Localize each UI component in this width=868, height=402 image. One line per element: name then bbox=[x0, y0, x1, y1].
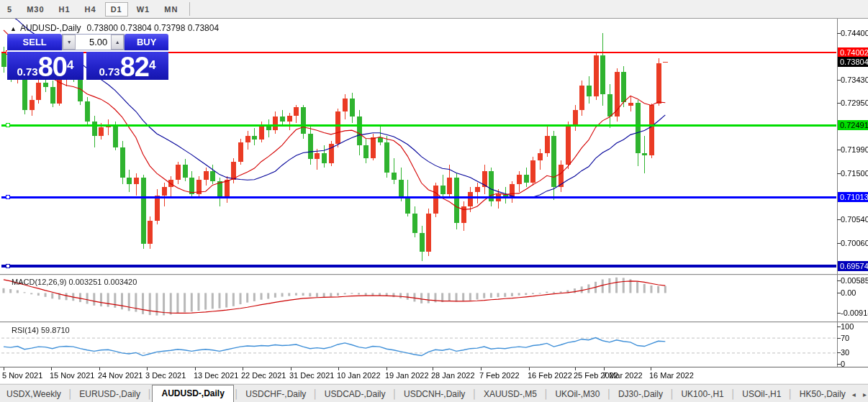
chart-tab-eurusd-daily[interactable]: EURUSD-,Daily bbox=[73, 386, 147, 402]
hline-price-label: 0.71013 bbox=[838, 192, 868, 202]
symbol-marker-icon: ▲ bbox=[10, 25, 17, 32]
macd-axis-tick: 0.00585 bbox=[841, 276, 868, 285]
buy-price-big: 82 bbox=[120, 55, 149, 79]
price-axis-tick: 0.71500 bbox=[841, 168, 868, 178]
hline-price-label: 0.72491 bbox=[838, 120, 868, 130]
tab-separator: │ bbox=[471, 386, 477, 402]
timeframe-button-W1[interactable]: W1 bbox=[131, 2, 156, 17]
chart-tab-usdx-weekly[interactable]: USDX,Weekly bbox=[0, 386, 68, 402]
sell-price-big: 80 bbox=[38, 55, 67, 79]
price-axis-tick: 0.72950 bbox=[841, 98, 868, 108]
date-axis-label: 13 Dec 2021 bbox=[194, 371, 238, 380]
ohlc-values: 0.73800 0.73804 0.73798 0.73804 bbox=[87, 23, 220, 33]
macd-name: MACD(12,26,9) bbox=[12, 278, 66, 286]
one-click-trade-panel: SELL ▼ 5.00 ▲ BUY 0.73804 0.73824 bbox=[7, 34, 168, 80]
macd-axis-tick: 0.00 bbox=[841, 288, 856, 297]
buy-price-prefix: 0.73 bbox=[99, 65, 120, 79]
date-axis-label: 5 Nov 2021 bbox=[2, 371, 42, 380]
chevron-up-icon: ▲ bbox=[115, 40, 120, 45]
tab-separator: │ bbox=[606, 386, 612, 402]
volume-input[interactable]: 5.00 bbox=[76, 35, 111, 50]
macd-main-value: 0.003251 bbox=[68, 278, 101, 286]
sell-price-display[interactable]: 0.73804 bbox=[7, 50, 83, 80]
chart-tab-xauusd-m5[interactable]: XAUUSD-,M5 bbox=[477, 386, 543, 402]
date-axis-label: 19 Jan 2022 bbox=[385, 371, 429, 380]
date-axis-label: 24 Nov 2021 bbox=[98, 371, 143, 380]
rsi-axis-tick: 0 bbox=[841, 360, 845, 368]
tab-scroll-controls: ◂▸ bbox=[852, 390, 867, 402]
rsi-value: 59.8710 bbox=[41, 326, 70, 334]
volume-spinner: ▼ 5.00 ▲ bbox=[62, 34, 125, 50]
date-axis-label: 3 Dec 2021 bbox=[145, 371, 186, 380]
rsi-axis-tick: 70 bbox=[841, 334, 849, 342]
volume-up-button[interactable]: ▲ bbox=[111, 35, 124, 50]
buy-button[interactable]: BUY bbox=[125, 34, 168, 50]
chart-title: ▲AUDUSD-,Daily0.73800 0.73804 0.73798 0.… bbox=[10, 23, 219, 33]
sell-button[interactable]: SELL bbox=[7, 34, 62, 50]
tab-separator: │ bbox=[68, 386, 73, 402]
chart-tab-audusd-daily[interactable]: AUDUSD-,Daily bbox=[152, 385, 233, 402]
tab-separator: │ bbox=[147, 386, 153, 402]
chart-tab-usdcnh-daily[interactable]: USDCNH-,Daily bbox=[397, 386, 471, 402]
rsi-indicator-label: RSI(14) 59.8710 bbox=[12, 326, 70, 334]
sell-price-sup: 4 bbox=[67, 52, 73, 79]
toolbar-separator bbox=[189, 2, 190, 16]
chart-tab-uk100-h1[interactable]: UK100-,H1 bbox=[674, 386, 730, 402]
date-axis-label: 28 Jan 2022 bbox=[431, 371, 475, 380]
rsi-axis-tick: 100 bbox=[841, 322, 854, 331]
timeframe-button-5[interactable]: 5 bbox=[1, 2, 18, 17]
date-axis-label: 7 Feb 2022 bbox=[479, 371, 520, 380]
price-axis-tick: 0.74400 bbox=[841, 28, 868, 38]
macd-signal-value: 0.003420 bbox=[104, 278, 137, 286]
tab-separator: │ bbox=[312, 386, 318, 402]
chart-tab-usoil-h1[interactable]: USOil-,H1 bbox=[736, 386, 787, 402]
chart-tab-dj30-daily[interactable]: DJ30-,Daily bbox=[612, 386, 669, 402]
timeframe-toolbar: 5M30H1H4D1W1MN bbox=[0, 0, 868, 19]
date-axis-label: 7 Mar 2022 bbox=[602, 371, 643, 380]
price-axis-tick: 0.73430 bbox=[841, 75, 868, 85]
price-axis-tick: 0.70060 bbox=[841, 238, 868, 248]
macd-indicator-label: MACD(12,26,9) 0.003251 0.003420 bbox=[12, 278, 137, 286]
timeframe-button-M30[interactable]: M30 bbox=[21, 2, 50, 17]
trading-terminal-window: 5M30H1H4D1W1MN ▲AUDUSD-,Daily0.73800 0.7… bbox=[0, 0, 868, 402]
tab-separator: │ bbox=[234, 386, 240, 402]
date-axis-label: 22 Dec 2021 bbox=[241, 371, 286, 380]
tab-separator: │ bbox=[669, 386, 675, 402]
hline-price-label: 0.69574 bbox=[838, 261, 868, 271]
timeframe-button-MN[interactable]: MN bbox=[158, 2, 184, 17]
timeframe-button-D1[interactable]: D1 bbox=[105, 2, 128, 17]
tabs-scroll-right-icon[interactable]: ▸ bbox=[863, 390, 867, 398]
hline-price-label: 0.74002 bbox=[838, 47, 868, 58]
rsi-axis-tick: 30 bbox=[841, 348, 849, 357]
date-axis-label: 15 Nov 2021 bbox=[50, 371, 94, 380]
rsi-name: RSI(14) bbox=[12, 326, 39, 334]
tab-separator: │ bbox=[731, 386, 736, 402]
volume-down-button[interactable]: ▼ bbox=[63, 35, 76, 50]
chart-tab-bar: USDX,Weekly│EURUSD-,Daily│AUDUSD-,Daily│… bbox=[0, 384, 868, 402]
chart-tab-usdcad-daily[interactable]: USDCAD-,Daily bbox=[318, 386, 392, 402]
buy-price-display[interactable]: 0.73824 bbox=[86, 50, 168, 80]
tab-separator: │ bbox=[787, 386, 793, 402]
tab-separator: │ bbox=[392, 386, 398, 402]
tab-separator: │ bbox=[543, 386, 549, 402]
chart-tab-usdchf-daily[interactable]: USDCHF-,Daily bbox=[239, 386, 312, 402]
tabs-scroll-left-icon[interactable]: ◂ bbox=[852, 390, 856, 398]
date-axis-label: 31 Dec 2021 bbox=[289, 371, 334, 380]
price-axis-tick: 0.70540 bbox=[841, 214, 868, 224]
sell-price-prefix: 0.73 bbox=[17, 65, 38, 79]
date-axis-label: 16 Mar 2022 bbox=[649, 371, 694, 380]
current-price-label: 0.73804 bbox=[838, 57, 868, 67]
date-axis-label: 16 Feb 2022 bbox=[528, 371, 572, 380]
timeframe-button-H4[interactable]: H4 bbox=[79, 2, 102, 17]
date-axis-label: 10 Jan 2022 bbox=[337, 371, 381, 380]
chart-symbol-label: AUDUSD-,Daily bbox=[20, 23, 81, 33]
chart-tab-hk50-daily[interactable]: HK50-,Daily bbox=[793, 386, 852, 402]
timeframe-button-H1[interactable]: H1 bbox=[53, 2, 76, 17]
chart-tab-ukoil-m30[interactable]: UKOil-,M30 bbox=[548, 386, 606, 402]
buy-price-sup: 4 bbox=[149, 52, 155, 79]
chevron-down-icon: ▼ bbox=[67, 40, 72, 45]
macd-axis-tick: -0.00918 bbox=[841, 309, 868, 317]
price-axis-tick: 0.71990 bbox=[841, 145, 868, 155]
